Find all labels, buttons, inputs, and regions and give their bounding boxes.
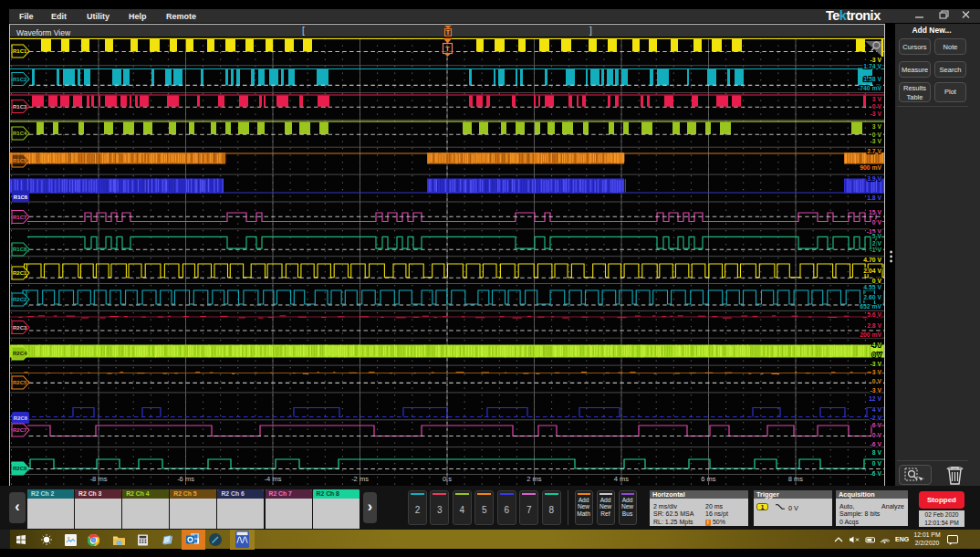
svg-text:-1 V: -1 V: [871, 247, 882, 253]
svg-text:R1C6: R1C6: [14, 194, 28, 200]
svg-text:2.04 V: 2.04 V: [863, 268, 881, 274]
svg-text:2 ms: 2 ms: [526, 475, 542, 483]
svg-text:4.70 V: 4.70 V: [863, 257, 881, 263]
svg-text:-2 ms: -2 ms: [351, 475, 369, 483]
svg-text:R2C4: R2C4: [13, 351, 27, 356]
svg-text:R2C2: R2C2: [13, 297, 27, 302]
svg-text:R1C5: R1C5: [13, 158, 27, 163]
svg-text:4 V: 4 V: [872, 342, 882, 348]
svg-text:2.60 V: 2.60 V: [863, 294, 881, 300]
svg-text:1.58 V: 1.58 V: [863, 76, 881, 82]
svg-text:T: T: [446, 29, 451, 36]
svg-text:2.7 V: 2.7 V: [867, 148, 881, 154]
svg-text:0 V: 0 V: [872, 378, 882, 384]
svg-text:0 V: 0 V: [872, 103, 882, 110]
svg-text:4 ms: 4 ms: [614, 475, 630, 483]
svg-text:-3 V: -3 V: [871, 57, 882, 63]
svg-text:0 V: 0 V: [872, 460, 882, 467]
svg-text:0 V: 0 V: [872, 432, 882, 438]
svg-text:-8 ms: -8 ms: [90, 475, 108, 483]
svg-text:1.74 V: 1.74 V: [863, 63, 881, 69]
svg-text:-740 mV: -740 mV: [858, 85, 882, 91]
svg-text:4.55 V: 4.55 V: [863, 284, 881, 290]
svg-text:652 mV: 652 mV: [860, 303, 881, 310]
svg-text:8 ms: 8 ms: [788, 475, 804, 483]
svg-text:6 V: 6 V: [872, 422, 882, 428]
svg-text:R2C1: R2C1: [13, 270, 27, 276]
svg-text:R2C6: R2C6: [14, 415, 28, 421]
svg-text:-6 V: -6 V: [871, 441, 882, 447]
svg-text:R1C3: R1C3: [13, 104, 27, 110]
svg-text:3 V: 3 V: [872, 123, 882, 130]
svg-text:-4 ms: -4 ms: [265, 475, 282, 483]
svg-text:1.8 V: 1.8 V: [867, 194, 881, 201]
svg-text:-3 V: -3 V: [871, 110, 882, 117]
svg-text:R1C4: R1C4: [13, 131, 27, 136]
svg-text:-6 V: -6 V: [871, 470, 882, 477]
svg-text:12 V: 12 V: [869, 395, 881, 402]
svg-text:3 V: 3 V: [872, 369, 882, 375]
svg-text:3 V: 3 V: [872, 96, 882, 102]
svg-text:-3 V: -3 V: [871, 138, 882, 144]
svg-text:R1C2: R1C2: [13, 77, 27, 82]
svg-text:R2C8: R2C8: [13, 466, 27, 471]
svg-text:6 ms: 6 ms: [701, 475, 716, 483]
svg-text:0 V: 0 V: [872, 352, 882, 358]
svg-text:-6 ms: -6 ms: [177, 475, 194, 483]
svg-text:200 mV: 200 mV: [860, 331, 881, 338]
svg-text:0 V: 0 V: [872, 219, 882, 226]
svg-text:5.6 V: 5.6 V: [867, 311, 881, 318]
svg-text:2 V: 2 V: [872, 240, 882, 247]
svg-text:R1C1: R1C1: [13, 48, 27, 54]
svg-text:R2C5: R2C5: [13, 380, 27, 385]
svg-text:-3 V: -3 V: [871, 387, 882, 394]
svg-text:0 V: 0 V: [872, 131, 882, 138]
svg-text:R2C3: R2C3: [13, 325, 27, 331]
svg-text:5 V: 5 V: [872, 233, 882, 239]
svg-text:4 V: 4 V: [872, 406, 882, 413]
svg-text:15 V: 15 V: [869, 209, 881, 215]
svg-text:R1C7: R1C7: [13, 215, 27, 220]
svg-text:8 V: 8 V: [872, 449, 882, 456]
svg-text:900 mV: 900 mV: [860, 164, 881, 171]
svg-text:R2C7: R2C7: [13, 427, 27, 433]
svg-text:R1C8: R1C8: [13, 247, 27, 252]
svg-text:T: T: [445, 45, 450, 53]
svg-text:2.8 V: 2.8 V: [867, 322, 881, 329]
svg-text:0 s: 0 s: [443, 475, 452, 483]
svg-text:-3 V: -3 V: [871, 361, 882, 367]
svg-text:-2 V: -2 V: [871, 415, 882, 421]
svg-text:Tektronix: Tektronix: [826, 8, 881, 23]
svg-text:3.9 V: 3.9 V: [867, 175, 881, 182]
